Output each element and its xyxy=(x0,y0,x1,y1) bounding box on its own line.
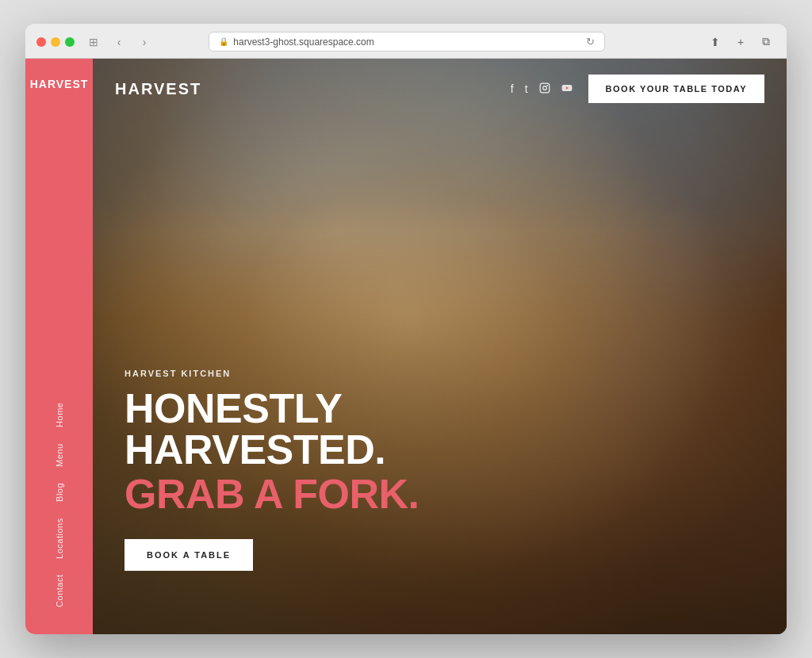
header-logo: HARVEST xyxy=(115,80,201,98)
hero-content: HARVEST KITCHEN HONESTLY HARVESTED. GRAB… xyxy=(124,369,419,571)
book-table-hero-button[interactable]: BOOK A TABLE xyxy=(124,539,253,571)
youtube-icon[interactable] xyxy=(561,82,573,96)
hero-title-line1: HONESTLY xyxy=(124,388,419,429)
traffic-lights xyxy=(36,37,75,47)
browser-chrome: ⊞ ‹ › 🔒 harvest3-ghost.squarespace.com ↻… xyxy=(25,24,787,59)
facebook-icon[interactable]: f xyxy=(511,82,514,95)
close-button[interactable] xyxy=(36,37,46,47)
address-bar[interactable]: 🔒 harvest3-ghost.squarespace.com ↻ xyxy=(209,32,605,52)
sidebar-nav: Contact Locations Blog Menu Home xyxy=(50,395,69,615)
hero-title-line2: HARVESTED. xyxy=(124,429,419,470)
lock-icon: 🔒 xyxy=(219,37,228,46)
browser-nav-controls: ⊞ ‹ › xyxy=(84,33,154,52)
sidebar: HARVEST Contact Locations Blog Menu Home xyxy=(25,59,93,634)
sidebar-item-menu[interactable]: Menu xyxy=(50,435,69,475)
main-content: HARVEST f t xyxy=(93,59,787,634)
sidebar-item-home[interactable]: Home xyxy=(50,395,69,435)
tabs-icon[interactable]: ⧉ xyxy=(756,33,776,52)
new-tab-icon[interactable]: + xyxy=(731,33,750,52)
share-icon[interactable]: ⬆ xyxy=(706,33,725,52)
svg-rect-0 xyxy=(540,83,550,93)
svg-point-2 xyxy=(546,84,548,86)
browser-back-btn[interactable]: ‹ xyxy=(109,33,128,52)
svg-point-1 xyxy=(542,86,546,90)
browser-actions: ⬆ + ⧉ xyxy=(706,33,776,52)
social-icons: f t xyxy=(511,82,573,96)
hero-subtitle: HARVEST KITCHEN xyxy=(124,369,419,378)
sidebar-item-contact[interactable]: Contact xyxy=(50,567,69,615)
browser-window: ⊞ ‹ › 🔒 harvest3-ghost.squarespace.com ↻… xyxy=(25,24,787,634)
refresh-icon[interactable]: ↻ xyxy=(586,36,595,48)
header-right: f t xyxy=(511,75,764,103)
maximize-button[interactable] xyxy=(65,37,75,47)
sidebar-item-blog[interactable]: Blog xyxy=(50,475,69,510)
sidebar-logo: HARVEST xyxy=(30,78,89,90)
website: HARVEST Contact Locations Blog Menu Home… xyxy=(25,59,787,634)
book-table-header-button[interactable]: BOOK YOUR TABLE TODAY xyxy=(588,75,764,103)
sidebar-item-locations[interactable]: Locations xyxy=(50,510,69,567)
browser-forward-btn[interactable]: › xyxy=(135,33,154,52)
site-header: HARVEST f t xyxy=(93,59,787,119)
hero-title-line3: GRAB A FORK. xyxy=(124,472,419,517)
url-text: harvest3-ghost.squarespace.com xyxy=(233,36,373,48)
minimize-button[interactable] xyxy=(51,37,60,47)
instagram-icon[interactable] xyxy=(539,82,550,96)
twitter-icon[interactable]: t xyxy=(525,82,528,95)
browser-sidebar-btn[interactable]: ⊞ xyxy=(84,33,103,52)
